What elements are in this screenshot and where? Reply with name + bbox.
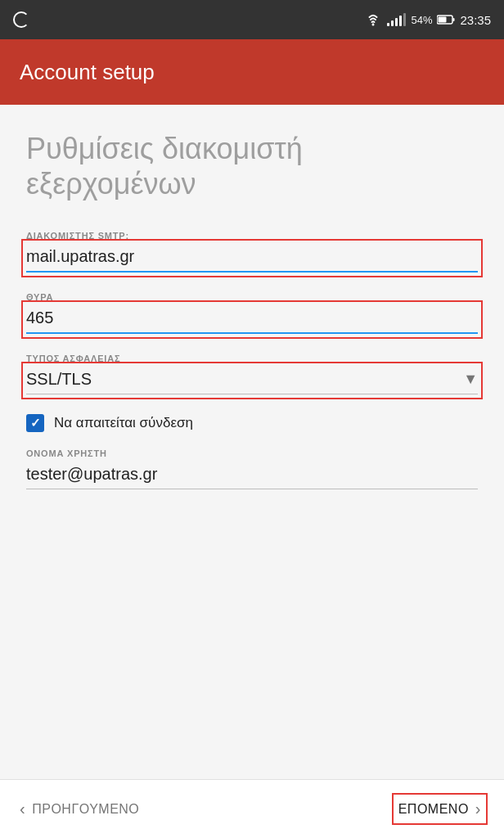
battery-icon (437, 15, 455, 25)
app-bar: Account setup (0, 39, 504, 105)
port-input[interactable] (26, 305, 478, 334)
status-bar-left (13, 11, 358, 28)
svg-rect-2 (453, 18, 455, 21)
smtp-server-field-group: ΔΙΑΚΟΜΙΣΤΗΣ SMTP: (26, 231, 478, 273)
svg-rect-3 (439, 17, 447, 23)
require-login-row: ✓ Να απαιτείται σύνδεση (26, 414, 478, 432)
app-bar-title: Account setup (20, 60, 155, 85)
chevron-left-icon: ‹ (20, 800, 25, 818)
main-content: Ρυθμίσεις διακομιστή εξερχομένων ΔΙΑΚΟΜΙ… (0, 105, 504, 489)
chevron-right-icon: › (475, 800, 481, 818)
security-type-value: SSL/TLS (26, 370, 92, 389)
security-type-field-group: ΤΥΠΟΣ ΑΣΦΑΛΕΙΑΣ SSL/TLS ▼ (26, 354, 478, 394)
next-button[interactable]: ΕΠΟΜΕΝΟ › (398, 800, 481, 818)
svg-point-0 (372, 24, 375, 26)
signal-bar-5 (403, 13, 406, 26)
checkmark-icon: ✓ (30, 416, 41, 430)
username-input[interactable] (26, 462, 478, 489)
port-field-group: ΘΥΡΑ (26, 292, 478, 334)
smtp-server-input[interactable] (26, 244, 478, 273)
next-label: ΕΠΟΜΕΝΟ (398, 802, 469, 817)
refresh-icon (13, 11, 29, 28)
require-login-label: Να απαιτείται σύνδεση (54, 415, 193, 431)
signal-bar-1 (387, 23, 389, 26)
page-heading: Ρυθμίσεις διακομιστή εξερχομένων (26, 131, 478, 201)
status-time: 23:35 (460, 13, 491, 27)
port-label: ΘΥΡΑ (26, 292, 478, 302)
chevron-down-icon: ▼ (463, 371, 478, 388)
next-button-wrapper: ΕΠΟΜΕΝΟ › (395, 796, 484, 822)
security-type-label: ΤΥΠΟΣ ΑΣΦΑΛΕΙΑΣ (26, 354, 478, 363)
bottom-nav: ‹ ΠΡΟΗΓΟΥΜΕΝΟ ΕΠΟΜΕΝΟ › (0, 779, 504, 838)
signal-bar-2 (391, 20, 394, 26)
username-input-wrapper (26, 462, 478, 489)
require-login-checkbox[interactable]: ✓ (26, 414, 44, 432)
username-field-group: ΟΝΟΜΑ ΧΡΗΣΤΗ (26, 448, 478, 489)
signal-bars (387, 13, 406, 26)
security-type-dropdown[interactable]: SSL/TLS ▼ (26, 367, 478, 394)
wifi-icon (364, 13, 382, 26)
prev-label: ΠΡΟΗΓΟΥΜΕΝΟ (32, 802, 139, 817)
port-input-wrapper (26, 305, 478, 334)
smtp-server-input-wrapper (26, 244, 478, 273)
smtp-server-label: ΔΙΑΚΟΜΙΣΤΗΣ SMTP: (26, 231, 478, 241)
username-label: ΟΝΟΜΑ ΧΡΗΣΤΗ (26, 448, 478, 458)
status-bar-right: 54% 23:35 (364, 13, 491, 27)
battery-level: 54% (411, 14, 432, 26)
status-bar: 54% 23:35 (0, 0, 504, 39)
signal-bar-3 (395, 18, 398, 26)
prev-button[interactable]: ‹ ΠΡΟΗΓΟΥΜΕΝΟ (20, 800, 139, 818)
signal-bar-4 (399, 16, 402, 26)
